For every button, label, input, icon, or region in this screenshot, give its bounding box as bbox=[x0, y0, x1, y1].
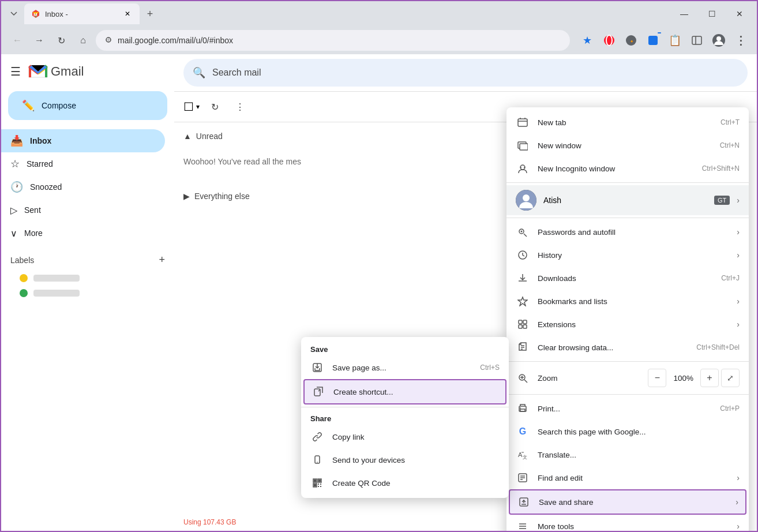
menu-item-new-tab[interactable]: New tab Ctrl+T bbox=[506, 111, 749, 134]
home-button[interactable]: ⌂ bbox=[74, 31, 92, 50]
label-name-2 bbox=[33, 290, 80, 297]
label-color-dot-1 bbox=[20, 274, 28, 282]
opera-icon[interactable] bbox=[600, 31, 618, 50]
labels-header: Labels + bbox=[10, 254, 165, 266]
menu-item-new-window[interactable]: New window Ctrl+N bbox=[506, 134, 749, 157]
zoom-icon bbox=[516, 371, 530, 385]
compose-button[interactable]: ✏️ Compose bbox=[8, 91, 167, 120]
labels-add-icon[interactable]: + bbox=[159, 254, 165, 266]
tab-title: Inbox - bbox=[45, 10, 118, 18]
browser-tab[interactable]: M Inbox - ✕ bbox=[24, 3, 140, 24]
starred-icon: ☆ bbox=[10, 158, 20, 170]
clear-browsing-label: Clear browsing data... bbox=[538, 343, 688, 352]
forward-button[interactable]: → bbox=[30, 31, 48, 50]
url-bar[interactable]: mail.google.com/mail/u/0/#inbox bbox=[96, 30, 570, 51]
search-area: 🔍 Search mail bbox=[174, 54, 757, 92]
bookmarks-label: Bookmarks and lists bbox=[538, 297, 729, 306]
tab-close-button[interactable]: ✕ bbox=[122, 9, 133, 19]
refresh-button[interactable]: ↻ bbox=[52, 31, 70, 50]
extensions-icon bbox=[516, 317, 530, 331]
gmail-logo: Gmail bbox=[28, 63, 84, 80]
everything-else-expand-icon: ▶ bbox=[183, 192, 190, 201]
back-button[interactable]: ← bbox=[8, 31, 27, 50]
menu-item-search-google[interactable]: G Search this page with Google... bbox=[506, 420, 749, 443]
svg-point-53 bbox=[317, 462, 318, 463]
zoom-expand-button[interactable]: ⤢ bbox=[721, 369, 740, 387]
sidebar-item-snoozed[interactable]: 🕐 Snoozed bbox=[1, 175, 165, 198]
sub-menu-item-create-shortcut[interactable]: Create shortcut... bbox=[303, 379, 506, 404]
svg-rect-57 bbox=[318, 479, 321, 482]
select-checkbox[interactable]: ☐ ▾ bbox=[183, 100, 200, 114]
security-icon bbox=[104, 36, 113, 45]
incognito-menu-icon bbox=[516, 162, 530, 175]
menu-item-more-tools[interactable]: More tools › bbox=[506, 515, 749, 531]
inbox-icon: 📥 bbox=[10, 134, 23, 147]
more-options-button[interactable]: ⋮ bbox=[230, 96, 250, 117]
star-icon[interactable]: ★ bbox=[578, 31, 596, 50]
minimize-button[interactable]: — bbox=[671, 5, 697, 23]
sidebar-item-starred[interactable]: ☆ Starred bbox=[1, 152, 165, 175]
save-page-as-label: Save page as... bbox=[332, 364, 472, 372]
menu-item-extensions[interactable]: Extensions › bbox=[506, 313, 749, 336]
hamburger-menu-icon[interactable]: ☰ bbox=[10, 65, 21, 78]
sub-menu-item-send-devices[interactable]: Send to your devices bbox=[301, 448, 509, 471]
extension-icon[interactable]: 🔸 bbox=[622, 31, 640, 50]
svg-point-18 bbox=[524, 167, 525, 168]
svg-rect-28 bbox=[523, 325, 527, 328]
clear-browsing-icon bbox=[516, 340, 530, 354]
downloads-shortcut: Ctrl+J bbox=[721, 274, 740, 282]
snoozed-label: Snoozed bbox=[30, 182, 62, 192]
close-button[interactable]: ✕ bbox=[727, 5, 752, 23]
gmail-header: ☰ Gmail bbox=[1, 59, 174, 84]
label-item-2[interactable] bbox=[10, 286, 165, 301]
sidebar-item-inbox[interactable]: 📥 Inbox bbox=[1, 129, 165, 152]
zoom-minus-button[interactable]: − bbox=[648, 369, 666, 387]
unread-expand-icon: ▲ bbox=[183, 132, 192, 141]
menu-item-translate[interactable]: A文 Translate... bbox=[506, 443, 749, 466]
toolbar-icons: ★ 🔸 📋 ⋮ bbox=[578, 31, 750, 50]
menu-item-passwords[interactable]: Passwords and autofill › bbox=[506, 220, 749, 243]
menu-item-save-share[interactable]: Save and share › bbox=[509, 489, 746, 515]
sub-menu-item-copy-link[interactable]: Copy link bbox=[301, 425, 509, 448]
send-devices-icon bbox=[310, 453, 324, 467]
menu-item-find-edit[interactable]: Find and edit › bbox=[506, 466, 749, 489]
zoom-control: Zoom − 100% + ⤢ bbox=[506, 364, 749, 392]
menu-item-clear-browsing[interactable]: Clear browsing data... Ctrl+Shift+Del bbox=[506, 336, 749, 359]
chrome-menu-button[interactable]: ⋮ bbox=[731, 31, 750, 50]
search-google-icon: G bbox=[516, 425, 530, 439]
menu-item-print[interactable]: Print... Ctrl+P bbox=[506, 397, 749, 420]
svg-text:🔸: 🔸 bbox=[628, 38, 636, 45]
menu-user-profile[interactable]: Atish GT › bbox=[506, 185, 749, 215]
svg-point-10 bbox=[716, 36, 721, 41]
label-name-1 bbox=[33, 275, 80, 282]
badge-extension-icon[interactable] bbox=[644, 31, 662, 50]
compose-label: Compose bbox=[42, 101, 76, 110]
user-badge: GT bbox=[714, 196, 730, 205]
profile-icon[interactable] bbox=[710, 31, 728, 50]
label-item-1[interactable] bbox=[10, 271, 165, 286]
search-bar[interactable]: 🔍 Search mail bbox=[183, 59, 748, 87]
sidebar-item-more[interactable]: ∨ More bbox=[1, 222, 165, 245]
menu-item-bookmarks[interactable]: Bookmarks and lists › bbox=[506, 290, 749, 313]
menu-item-history[interactable]: History › bbox=[506, 243, 749, 267]
sub-menu-item-save-page-as[interactable]: Save page as... Ctrl+S bbox=[301, 356, 509, 379]
new-tab-button[interactable]: + bbox=[142, 6, 158, 22]
svg-point-2 bbox=[604, 35, 614, 46]
gmail-sidebar: ☰ Gmail bbox=[1, 54, 174, 531]
svg-rect-27 bbox=[519, 325, 522, 328]
zoom-plus-button[interactable]: + bbox=[700, 369, 719, 387]
menu-item-incognito[interactable]: New Incognito window Ctrl+Shift+N bbox=[506, 157, 749, 180]
create-shortcut-icon bbox=[312, 385, 325, 399]
menu-item-downloads[interactable]: Downloads Ctrl+J bbox=[506, 267, 749, 290]
sub-menu-item-create-qr[interactable]: Create QR Code bbox=[301, 471, 509, 494]
clipboard-icon[interactable]: 📋 bbox=[666, 31, 684, 50]
maximize-button[interactable]: ☐ bbox=[699, 5, 725, 23]
svg-line-33 bbox=[524, 380, 527, 383]
create-qr-label: Create QR Code bbox=[332, 479, 500, 488]
sidebar-item-sent[interactable]: ▷ Sent bbox=[1, 198, 165, 222]
new-window-menu-icon bbox=[516, 138, 530, 152]
tab-dropdown[interactable] bbox=[6, 6, 22, 22]
sidebar-toggle-icon[interactable] bbox=[688, 31, 706, 50]
menu-divider-4 bbox=[506, 394, 749, 395]
refresh-emails-button[interactable]: ↻ bbox=[204, 96, 225, 117]
